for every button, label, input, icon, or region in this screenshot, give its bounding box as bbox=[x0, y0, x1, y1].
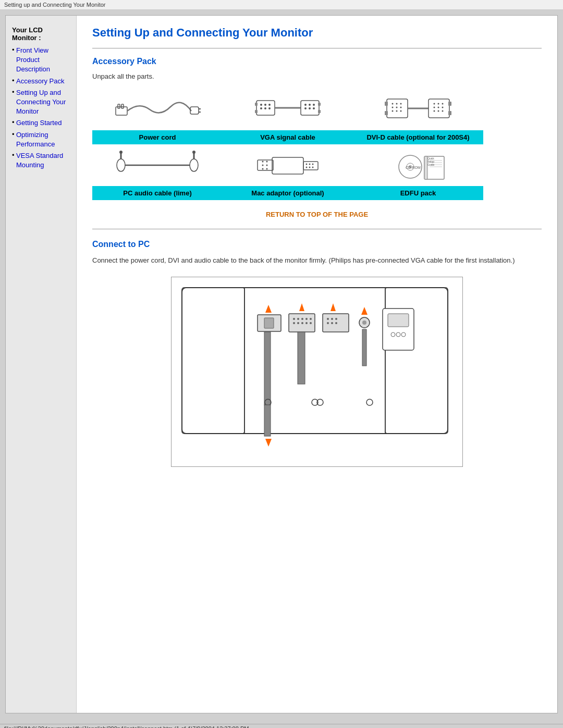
svg-point-90 bbox=[293, 318, 295, 320]
svg-point-91 bbox=[297, 318, 299, 320]
svg-point-46 bbox=[442, 107, 444, 108]
sidebar-item-front-view[interactable]: Front View Product Description bbox=[12, 46, 72, 75]
svg-point-121 bbox=[366, 399, 373, 405]
svg-point-64 bbox=[266, 168, 268, 170]
svg-point-66 bbox=[306, 164, 308, 165]
svg-marker-115 bbox=[265, 305, 272, 313]
svg-marker-112 bbox=[299, 303, 304, 311]
sidebar-item-getting-started[interactable]: Getting Started bbox=[12, 118, 72, 128]
svg-point-35 bbox=[396, 110, 398, 112]
svg-point-108 bbox=[362, 320, 366, 325]
status-bar-text: file:///D|/My%20documents/dfu/J/english/… bbox=[4, 725, 249, 728]
power-cord-image bbox=[109, 89, 206, 130]
svg-point-52 bbox=[119, 151, 123, 154]
middle-divider bbox=[92, 229, 542, 229]
svg-marker-117 bbox=[361, 307, 368, 315]
sidebar-item-vesa[interactable]: VESA Standard Mounting bbox=[12, 151, 72, 170]
svg-point-106 bbox=[335, 322, 337, 324]
svg-rect-38 bbox=[429, 99, 449, 118]
svg-rect-1 bbox=[118, 104, 120, 108]
sidebar-item-accessory[interactable]: Accessory Pack bbox=[12, 77, 72, 86]
svg-point-45 bbox=[438, 107, 439, 108]
title-bar: Setting up and Connecting Your Monitor bbox=[0, 0, 563, 10]
svg-point-34 bbox=[392, 110, 394, 112]
sidebar-link-accessory[interactable]: Accessory Pack bbox=[16, 77, 64, 85]
svg-point-105 bbox=[331, 322, 333, 324]
monitor-diagram bbox=[171, 277, 463, 467]
edfu-pack-svg: CD-ROM Quick Setup Guide bbox=[387, 147, 449, 183]
svg-rect-7 bbox=[255, 103, 258, 106]
power-cord-svg bbox=[113, 91, 202, 128]
sidebar-item-setting-up[interactable]: Setting Up and Connecting Your Monitor bbox=[12, 88, 72, 117]
svg-rect-27 bbox=[385, 111, 388, 115]
svg-point-56 bbox=[192, 151, 195, 154]
svg-point-104 bbox=[327, 322, 329, 324]
top-divider bbox=[92, 48, 542, 48]
svg-point-13 bbox=[264, 107, 266, 109]
svg-point-21 bbox=[313, 104, 315, 106]
svg-rect-57 bbox=[272, 157, 303, 174]
svg-point-99 bbox=[310, 322, 312, 324]
audio-cable-image bbox=[109, 144, 206, 186]
page-title: Setting Up and Connecting Your Monitor bbox=[92, 26, 542, 40]
svg-rect-86 bbox=[182, 288, 244, 434]
mac-adaptor-svg bbox=[256, 147, 319, 183]
status-bar: file:///D|/My%20documents/dfu/J/english/… bbox=[0, 724, 563, 728]
unpack-text: Unpack all the parts. bbox=[92, 72, 542, 80]
svg-point-67 bbox=[309, 164, 311, 165]
svg-rect-2 bbox=[121, 104, 124, 108]
dvi-cable-label: DVI-D cable (optional for 200S4) bbox=[353, 130, 483, 144]
svg-point-32 bbox=[396, 107, 398, 108]
mac-adaptor-image bbox=[252, 144, 323, 186]
svg-point-94 bbox=[310, 318, 312, 320]
svg-point-61 bbox=[262, 165, 264, 166]
svg-rect-114 bbox=[264, 332, 271, 405]
sidebar-link-front-view[interactable]: Front View Product Description bbox=[16, 46, 50, 73]
svg-point-10 bbox=[264, 104, 266, 106]
accessory-vga-cable: VGA signal cable bbox=[223, 89, 353, 144]
sidebar-link-vesa[interactable]: VESA Standard Mounting bbox=[16, 152, 63, 169]
svg-point-11 bbox=[268, 104, 271, 106]
return-to-top[interactable]: RETURN TO TOP OF THE PAGE bbox=[92, 211, 542, 218]
svg-point-59 bbox=[262, 161, 264, 163]
accessory-mac-adaptor: Mac adaptor (optional) bbox=[223, 144, 353, 200]
svg-rect-116 bbox=[362, 329, 366, 366]
return-to-top-link[interactable]: RETURN TO TOP OF THE PAGE bbox=[266, 211, 368, 218]
svg-point-60 bbox=[266, 161, 268, 163]
svg-rect-18 bbox=[318, 110, 321, 113]
svg-rect-125 bbox=[388, 314, 409, 327]
connect-description: Connect the power cord, DVI and audio ca… bbox=[92, 255, 542, 266]
svg-point-97 bbox=[301, 322, 303, 324]
mac-adaptor-label: Mac adaptor (optional) bbox=[223, 186, 353, 200]
svg-point-92 bbox=[301, 318, 303, 320]
svg-rect-8 bbox=[255, 110, 258, 113]
power-cord-label: Power cord bbox=[92, 130, 223, 144]
svg-point-29 bbox=[396, 103, 398, 105]
accessories-grid: Power cord bbox=[92, 89, 483, 200]
svg-point-23 bbox=[309, 107, 311, 109]
svg-point-20 bbox=[309, 104, 311, 106]
connect-section: Connect to PC Connect the power cord, DV… bbox=[92, 240, 542, 467]
sidebar-link-getting-started[interactable]: Getting Started bbox=[16, 119, 62, 127]
audio-cable-label: PC audio cable (lime) bbox=[92, 186, 223, 200]
svg-point-68 bbox=[312, 164, 314, 165]
svg-point-95 bbox=[293, 322, 295, 324]
svg-point-24 bbox=[313, 107, 315, 109]
svg-point-47 bbox=[434, 110, 435, 112]
svg-point-31 bbox=[392, 107, 394, 108]
svg-point-93 bbox=[305, 318, 308, 320]
svg-point-19 bbox=[304, 104, 307, 106]
svg-point-22 bbox=[304, 107, 307, 109]
sidebar-link-optimizing[interactable]: Optimizing Performance bbox=[16, 131, 55, 148]
svg-point-70 bbox=[309, 167, 311, 168]
svg-point-43 bbox=[442, 103, 444, 105]
accessory-heading: Accessory Pack bbox=[92, 57, 542, 66]
sidebar-item-optimizing[interactable]: Optimizing Performance bbox=[12, 130, 72, 149]
accessory-power-cord: Power cord bbox=[92, 89, 223, 144]
sidebar-title: Your LCD Monitor : bbox=[12, 26, 72, 42]
vga-cable-image bbox=[250, 89, 326, 130]
monitor-diagram-svg bbox=[177, 282, 453, 460]
sidebar-link-setting-up[interactable]: Setting Up and Connecting Your Monitor bbox=[16, 89, 66, 115]
svg-rect-26 bbox=[385, 102, 388, 106]
svg-point-98 bbox=[305, 322, 308, 324]
